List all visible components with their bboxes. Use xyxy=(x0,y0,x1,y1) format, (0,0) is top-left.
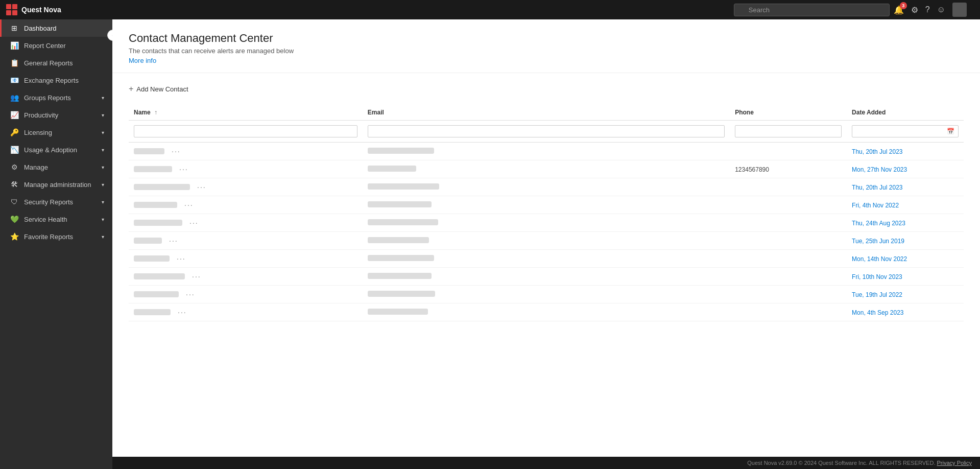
table-row: ··· Mon, 14th Nov 2022 xyxy=(129,250,964,268)
content-area: Contact Management Center The contacts t… xyxy=(112,19,980,469)
sidebar-item-exchange-reports[interactable]: 📧 Exchange Reports xyxy=(0,72,112,89)
dashboard-icon: ⊞ xyxy=(10,24,19,32)
date-value: Fri, 10th Nov 2023 xyxy=(852,273,902,280)
date-value: Thu, 20th Jul 2023 xyxy=(852,184,902,191)
settings-button[interactable]: ⚙ xyxy=(911,5,918,15)
phone-filter-input[interactable] xyxy=(735,125,842,137)
name-cell-inner: ··· xyxy=(134,219,357,227)
page-header: Contact Management Center The contacts t… xyxy=(112,19,980,73)
row-actions-button[interactable]: ··· xyxy=(181,201,197,209)
phone-cell xyxy=(730,286,847,303)
name-blur xyxy=(134,202,177,208)
table-row: ··· 1234567890Mon, 27th Nov 2023 xyxy=(129,160,964,178)
phone-cell: 1234567890 xyxy=(730,160,847,178)
chevron-down-icon-favorite: ▾ xyxy=(102,234,104,240)
sidebar-item-label-security-reports: Security Reports xyxy=(24,198,73,206)
row-actions-button[interactable]: ··· xyxy=(166,237,181,245)
licensing-icon: 🔑 xyxy=(10,128,19,136)
date-value: Thu, 24th Aug 2023 xyxy=(852,220,905,227)
row-actions-button[interactable]: ··· xyxy=(194,183,209,191)
report-center-icon: 📊 xyxy=(10,41,19,50)
more-info-link[interactable]: More info xyxy=(129,57,156,64)
sidebar-item-general-reports[interactable]: 📋 General Reports xyxy=(0,54,112,72)
phone-cell xyxy=(730,232,847,250)
sidebar-item-favorite-reports[interactable]: ⭐ Favorite Reports ▾ xyxy=(0,228,112,245)
general-reports-icon: 📋 xyxy=(10,59,19,67)
name-cell-inner: ··· xyxy=(134,272,357,280)
row-actions-button[interactable]: ··· xyxy=(189,272,204,280)
name-cell: ··· xyxy=(129,232,363,250)
profile-button[interactable]: ☺ xyxy=(937,5,945,14)
chevron-down-icon-usage: ▾ xyxy=(102,147,104,153)
sidebar-item-service-health[interactable]: 💚 Service Health ▾ xyxy=(0,210,112,228)
column-header-date-added: Date Added xyxy=(847,105,964,121)
sort-icon-name: ↑ xyxy=(154,109,157,116)
table-row: ··· Thu, 20th Jul 2023 xyxy=(129,143,964,160)
sidebar-item-productivity[interactable]: 📈 Productivity ▾ xyxy=(0,106,112,124)
app-name: Quest Nova xyxy=(21,6,61,14)
name-cell-inner: ··· xyxy=(134,147,357,155)
row-actions-button[interactable]: ··· xyxy=(174,254,189,263)
sidebar: ‹ ⊞ Dashboard 📊 Report Center 📋 General … xyxy=(0,19,112,469)
email-cell xyxy=(363,160,730,178)
privacy-policy-link[interactable]: Privacy Policy xyxy=(937,460,972,466)
search-wrapper: 🔍 xyxy=(734,4,890,16)
name-blur xyxy=(134,255,170,262)
sidebar-item-security-reports[interactable]: 🛡 Security Reports ▾ xyxy=(0,193,112,210)
sidebar-item-label-general-reports: General Reports xyxy=(24,59,73,67)
search-input[interactable] xyxy=(734,4,890,16)
date-cell: Thu, 20th Jul 2023 xyxy=(847,143,964,160)
footer: Quest Nova v2.69.0 © 2024 Quest Software… xyxy=(112,457,980,469)
page-title: Contact Management Center xyxy=(129,32,964,45)
add-new-contact-button[interactable]: + Add New Contact xyxy=(129,81,188,97)
table-header-row: Name ↑ Email Phone Date Added xyxy=(129,105,964,121)
email-blur xyxy=(368,273,432,279)
sidebar-item-licensing[interactable]: 🔑 Licensing ▾ xyxy=(0,124,112,141)
notifications-button[interactable]: 🔔 3 xyxy=(894,5,904,15)
exchange-reports-icon: 📧 xyxy=(10,76,19,84)
sidebar-item-label-productivity: Productivity xyxy=(24,111,58,119)
phone-cell xyxy=(730,196,847,214)
table-row: ··· Fri, 10th Nov 2023 xyxy=(129,268,964,286)
date-value: Tue, 25th Jun 2019 xyxy=(852,238,904,245)
name-cell-inner: ··· xyxy=(134,165,357,173)
topbar: Quest Nova 🔍 🔔 3 ⚙ ? ☺ xyxy=(0,0,980,19)
date-value: Mon, 4th Sep 2023 xyxy=(852,309,903,316)
row-actions-button[interactable]: ··· xyxy=(175,308,190,316)
date-value: Tue, 19th Jul 2022 xyxy=(852,291,902,298)
sidebar-item-groups-reports[interactable]: 👥 Groups Reports ▾ xyxy=(0,89,112,106)
plus-icon: + xyxy=(129,84,133,93)
help-button[interactable]: ? xyxy=(925,5,930,14)
sidebar-item-label-report-center: Report Center xyxy=(24,42,66,50)
security-reports-icon: 🛡 xyxy=(10,198,19,206)
sidebar-item-manage-admin[interactable]: 🛠 Manage administration ▾ xyxy=(0,176,112,193)
row-actions-button[interactable]: ··· xyxy=(176,165,192,173)
row-actions-button[interactable]: ··· xyxy=(183,290,198,298)
email-cell xyxy=(363,268,730,286)
email-blur xyxy=(368,183,439,190)
sidebar-item-dashboard[interactable]: ⊞ Dashboard xyxy=(0,19,112,37)
column-header-name[interactable]: Name ↑ xyxy=(129,105,363,121)
name-cell-inner: ··· xyxy=(134,290,357,298)
row-actions-button[interactable]: ··· xyxy=(169,147,184,155)
sidebar-item-label-manage-admin: Manage administration xyxy=(24,181,91,189)
email-blur xyxy=(368,291,435,297)
sidebar-item-label-groups-reports: Groups Reports xyxy=(24,94,71,102)
column-header-email: Email xyxy=(363,105,730,121)
name-blur xyxy=(134,273,185,279)
column-header-phone: Phone xyxy=(730,105,847,121)
chevron-down-icon-productivity: ▾ xyxy=(102,112,104,118)
email-filter-input[interactable] xyxy=(368,125,725,137)
date-cell: Tue, 19th Jul 2022 xyxy=(847,286,964,303)
sidebar-item-usage-adoption[interactable]: 📉 Usage & Adoption ▾ xyxy=(0,141,112,158)
name-cell: ··· xyxy=(129,143,363,160)
sidebar-item-report-center[interactable]: 📊 Report Center xyxy=(0,37,112,54)
row-actions-button[interactable]: ··· xyxy=(186,219,202,227)
email-cell xyxy=(363,143,730,160)
date-cell: Tue, 25th Jun 2019 xyxy=(847,232,964,250)
name-filter-input[interactable] xyxy=(134,125,357,137)
date-filter-input[interactable] xyxy=(852,125,959,137)
sidebar-item-manage[interactable]: ⚙ Manage ▾ xyxy=(0,158,112,176)
service-health-icon: 💚 xyxy=(10,215,19,223)
phone-cell xyxy=(730,250,847,268)
